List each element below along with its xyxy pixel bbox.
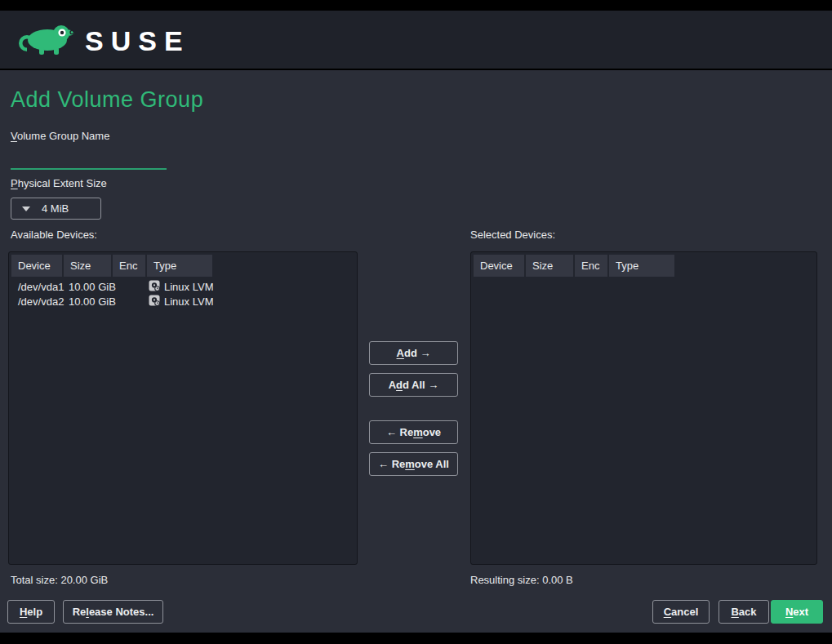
column-header-size[interactable]: Size — [526, 255, 573, 277]
release-notes-button[interactable]: Release Notes... — [63, 600, 163, 624]
brand-wordmark: SUSE — [85, 22, 190, 60]
available-devices-table[interactable]: Device Size Enc Type /dev/vda1 10.00 GiB — [8, 251, 358, 565]
lvm-partition-icon — [149, 295, 160, 309]
installer-window: SUSE Add Volume Group Volume Group Name … — [0, 0, 832, 644]
volume-group-name-label: Volume Group Name — [11, 130, 109, 142]
selected-devices-label: Selected Devices: — [470, 229, 555, 241]
cell-type-text: Linux LVM — [164, 295, 213, 308]
chevron-down-icon — [22, 207, 30, 211]
available-devices-label: Available Devices: — [11, 229, 97, 241]
remove-button[interactable]: ← Remove — [369, 420, 458, 444]
add-button[interactable]: Add → — [369, 341, 458, 365]
physical-extent-size-select[interactable]: 4 MiB — [11, 198, 101, 220]
cell-device: /dev/vda1 — [11, 281, 62, 293]
cell-size: 10.00 GiB — [62, 295, 109, 308]
column-header-type[interactable]: Type — [609, 255, 674, 277]
back-button[interactable]: Back — [719, 600, 769, 624]
add-all-button[interactable]: Add All → — [369, 373, 458, 397]
cell-size: 10.00 GiB — [62, 281, 109, 293]
lvm-partition-icon — [149, 280, 160, 294]
suse-logo: SUSE — [16, 20, 190, 61]
next-button[interactable]: Next — [771, 600, 823, 624]
column-header-enc[interactable]: Enc — [575, 255, 607, 277]
table-body — [471, 277, 816, 279]
remove-all-button[interactable]: ← Remove All — [369, 452, 458, 476]
table-row[interactable]: /dev/vda2 10.00 GiB — [11, 294, 357, 309]
column-header-enc[interactable]: Enc — [113, 255, 145, 277]
total-size-text: Total size: 20.00 GiB — [11, 574, 108, 586]
physical-extent-size-label: Physical Extent Size — [11, 177, 107, 189]
cell-device: /dev/vda2 — [11, 295, 62, 308]
column-header-device[interactable]: Device — [474, 255, 524, 277]
column-header-type[interactable]: Type — [147, 255, 212, 277]
table-body: /dev/vda1 10.00 GiB — [9, 277, 357, 309]
app-header-bar: SUSE — [0, 11, 832, 69]
column-header-size[interactable]: Size — [64, 255, 111, 277]
cell-type-text: Linux LVM — [164, 281, 213, 293]
physical-extent-size-value: 4 MiB — [42, 202, 69, 215]
table-row[interactable]: /dev/vda1 10.00 GiB — [11, 279, 357, 294]
selected-devices-table[interactable]: Device Size Enc Type — [470, 251, 817, 565]
volume-group-name-input[interactable] — [11, 149, 167, 170]
help-button[interactable]: Help — [7, 600, 55, 624]
table-header-row: Device Size Enc Type — [471, 252, 816, 277]
page-title: Add Volume Group — [11, 87, 203, 113]
resulting-size-text: Resulting size: 0.00 B — [470, 574, 573, 586]
column-header-device[interactable]: Device — [11, 255, 62, 277]
wizard-content: Add Volume Group Volume Group Name Physi… — [0, 70, 832, 633]
cell-type: Linux LVM — [142, 295, 305, 309]
suse-chameleon-icon — [16, 20, 77, 61]
cancel-button[interactable]: Cancel — [652, 600, 710, 624]
table-header-row: Device Size Enc Type — [9, 252, 357, 277]
cell-type: Linux LVM — [142, 280, 305, 294]
